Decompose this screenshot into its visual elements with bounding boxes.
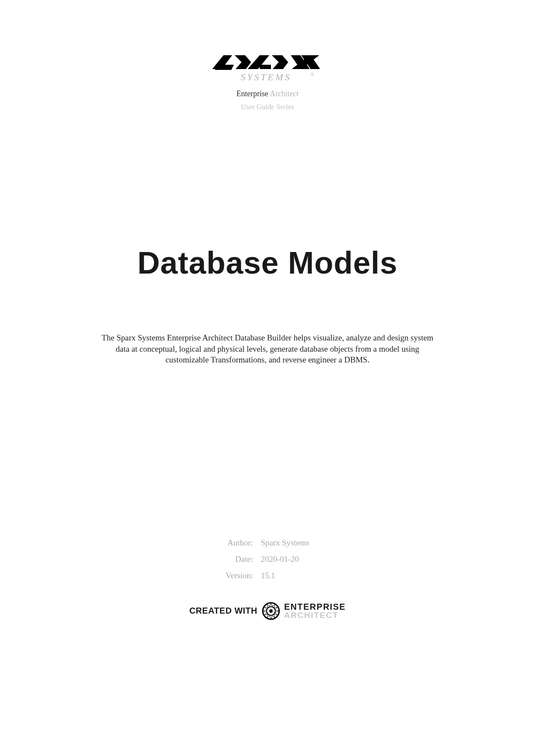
product-name: Enterprise Architect [236, 89, 299, 98]
badge-text-top: ENTERPRISE [284, 602, 346, 611]
date-label: Date: [226, 554, 253, 564]
date-value: 2020-01-20 [261, 554, 309, 564]
footer-badge: CREATED WITH ENTERPRISE ARCHITECT [189, 602, 346, 620]
version-value: 15.1 [261, 571, 309, 580]
svg-point-13 [269, 609, 273, 613]
sparx-systems-logo-icon: SYSTEMS ® [211, 52, 324, 84]
svg-marker-2 [235, 55, 251, 69]
product-name-light: Architect [270, 89, 299, 98]
badge-text: ENTERPRISE ARCHITECT [284, 602, 346, 619]
series-label: User Guide Series [241, 103, 294, 111]
cover-page: SYSTEMS ® Enterprise Architect User Guid… [0, 0, 535, 756]
product-name-strong: Enterprise [236, 89, 268, 98]
svg-text:®: ® [311, 72, 314, 77]
author-value: Sparx Systems [261, 538, 309, 548]
author-label: Author: [226, 538, 253, 548]
badge-text-bottom: ARCHITECT [284, 611, 346, 619]
svg-rect-4 [260, 65, 271, 69]
enterprise-architect-badge-icon [262, 602, 280, 620]
document-title: Database Models [137, 245, 397, 280]
metadata-block: Author: Sparx Systems Date: 2020-01-20 V… [226, 538, 309, 580]
version-label: Version: [226, 571, 253, 580]
svg-text:SYSTEMS: SYSTEMS [241, 72, 291, 82]
svg-marker-5 [272, 55, 288, 69]
svg-marker-1 [215, 65, 234, 70]
document-description: The Sparx Systems Enterprise Architect D… [99, 332, 436, 365]
created-with-label: CREATED WITH [189, 606, 258, 616]
logo-block: SYSTEMS ® Enterprise Architect User Guid… [211, 52, 324, 111]
